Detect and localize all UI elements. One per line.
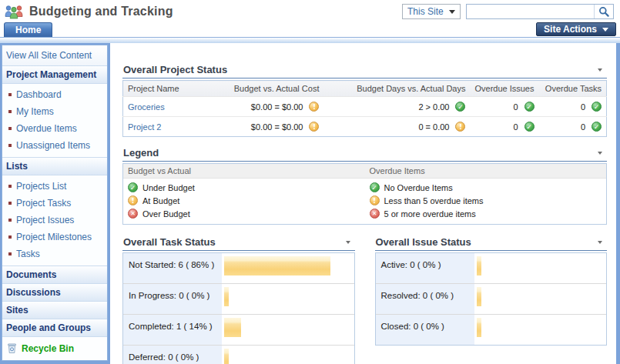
webpart-header: Overall Issue Status [375, 236, 608, 251]
search-button[interactable] [594, 5, 613, 18]
sidebar-section-discussions[interactable]: Discussions [2, 284, 107, 302]
chart-bar-track [222, 284, 354, 314]
webpart-header: Legend [122, 147, 607, 162]
sidebar-section-documents[interactable]: Documents [2, 266, 107, 284]
legend-item: 5 or more overdue items [365, 207, 607, 220]
chart-bar-track [474, 284, 607, 314]
status-icon [370, 209, 380, 219]
chart-bar-track [222, 346, 354, 364]
chart-bar [224, 318, 241, 337]
project-link[interactable]: Groceries [128, 102, 165, 112]
status-icon [370, 182, 380, 192]
status-icon [592, 122, 602, 132]
budget-days-value: 0 = 0.00 [418, 122, 449, 132]
chart-row: Not Started: 6 ( 86% ) [123, 253, 354, 283]
app-window: Budgeting and Tracking This Site Home [0, 0, 620, 364]
sidebar-recycle-bin[interactable]: Recycle Bin [2, 337, 107, 360]
status-icon [128, 195, 138, 205]
budget-cost-value: $0.00 = $0.00 [251, 102, 303, 112]
recycle-bin-label: Recycle Bin [22, 343, 74, 354]
budget-days-value: 2 > 0.00 [418, 102, 449, 112]
chart-bar [224, 349, 229, 364]
chart-row: Completed: 1 ( 14% ) [123, 314, 354, 345]
legend-item: Less than 5 overdue items [365, 194, 607, 207]
table-row: Groceries $0.00 = $0.00 2 > 0.00 0 [123, 97, 607, 117]
sidebar-item-dashboard[interactable]: Dashboard [2, 86, 107, 103]
project-status-table: Project Name Budget vs. Actual Cost Budg… [122, 80, 607, 137]
status-icon [309, 102, 319, 112]
bullet-icon [8, 185, 12, 188]
column-overdue-issues: Overdue Issues [470, 81, 538, 97]
search-scope-dropdown[interactable]: This Site [402, 4, 461, 19]
sidebar-item-project-issues[interactable]: Project Issues [2, 212, 107, 229]
search-input[interactable] [467, 5, 594, 18]
bullet-icon [8, 202, 12, 205]
chart-bar [224, 287, 229, 306]
sidebar-view-all-link[interactable]: View All Site Content [2, 45, 107, 66]
sidebar-section-people-and-groups[interactable]: People and Groups [2, 319, 107, 337]
legend-heading-budget: Budget vs Actual [123, 164, 365, 178]
status-icon [592, 102, 602, 112]
sidebar-item-overdue-items[interactable]: Overdue Items [2, 120, 107, 137]
recycle-bin-icon [7, 342, 17, 354]
webpart-legend: Legend Budget vs Actual Overdue Items Un [122, 147, 607, 225]
sidebar-item-tasks[interactable]: Tasks [2, 245, 107, 262]
webpart-menu-button[interactable] [595, 239, 605, 245]
chart-row-label: Completed: 1 ( 14% ) [123, 315, 222, 345]
status-icon [309, 122, 319, 132]
webpart-menu-button[interactable] [595, 67, 605, 73]
search-scope-label: This Site [407, 6, 444, 17]
legend-headings: Budget vs Actual Overdue Items [123, 164, 606, 179]
overdue-issues-value: 0 [513, 102, 518, 112]
table-header-row: Project Name Budget vs. Actual Cost Budg… [123, 81, 607, 97]
site-actions-button[interactable]: Site Actions [536, 22, 616, 36]
top-banner: Budgeting and Tracking This Site [0, 0, 620, 22]
sidebar-item-project-milestones[interactable]: Project Milestones [2, 229, 107, 245]
issue-status-chart: Active: 0 ( 0% ) Resolved: 0 ( 0% ) Clos… [375, 252, 608, 346]
chevron-down-icon [602, 28, 608, 32]
chevron-down-icon [449, 10, 455, 14]
overdue-issues-value: 0 [513, 122, 518, 132]
overdue-tasks-value: 0 [581, 122, 585, 132]
legend-item: Under Budget [123, 181, 365, 194]
chart-row-label: In Progress: 0 ( 0% ) [123, 284, 222, 314]
chart-row: In Progress: 0 ( 0% ) [123, 283, 354, 314]
bullet-icon [8, 127, 12, 130]
sidebar: View All Site Content Project Management… [2, 45, 108, 361]
sidebar-item-project-tasks[interactable]: Project Tasks [2, 195, 107, 212]
bullet-icon [8, 219, 12, 222]
status-icon [455, 122, 465, 132]
sidebar-section-lists[interactable]: Lists [2, 158, 107, 175]
sidebar-item-my-items[interactable]: My Items [2, 103, 107, 120]
chart-row-label: Active: 0 ( 0% ) [376, 253, 474, 283]
webpart-overall-task-status: Overall Task Status Not Started: 6 ( 86%… [122, 236, 355, 364]
sidebar-section-sites[interactable]: Sites [2, 302, 107, 319]
webpart-menu-button[interactable] [344, 239, 353, 245]
bullet-icon [8, 144, 12, 147]
chart-bar [477, 287, 481, 306]
table-row: Project 2 $0.00 = $0.00 0 = 0.00 0 [123, 117, 607, 137]
bullet-icon [8, 235, 12, 239]
status-charts-row: Overall Task Status Not Started: 6 ( 86%… [122, 236, 607, 364]
bullet-icon [8, 252, 12, 255]
content-area: View All Site Content Project Management… [0, 43, 620, 364]
tab-row: Home Site Actions [0, 22, 620, 37]
webpart-menu-button[interactable] [595, 150, 605, 156]
column-budget-cost: Budget vs. Actual Cost [203, 81, 323, 97]
sidebar-item-projects-list[interactable]: Projects List [2, 178, 107, 195]
webpart-header: Overall Task Status [122, 236, 355, 251]
search-area: This Site [402, 4, 614, 19]
chart-bar [477, 256, 481, 276]
sidebar-section-project-management[interactable]: Project Management [2, 66, 107, 84]
project-link[interactable]: Project 2 [128, 122, 161, 132]
chart-row-label: Deferred: 0 ( 0% ) [123, 346, 222, 364]
status-icon [128, 209, 138, 219]
chart-row: Deferred: 0 ( 0% ) [123, 345, 354, 364]
legend-item: Over Budget [123, 207, 365, 220]
main-panel: Overall Project Status Project Name Budg… [110, 43, 616, 364]
sidebar-item-unassigned-items[interactable]: Unassigned Items [2, 137, 107, 154]
bullet-icon [8, 110, 12, 113]
legend-box: Budget vs Actual Overdue Items Under Bud… [122, 163, 607, 225]
tab-home[interactable]: Home [4, 22, 52, 37]
legend-column-budget: Under Budget At Budget Over Budget [123, 181, 365, 220]
